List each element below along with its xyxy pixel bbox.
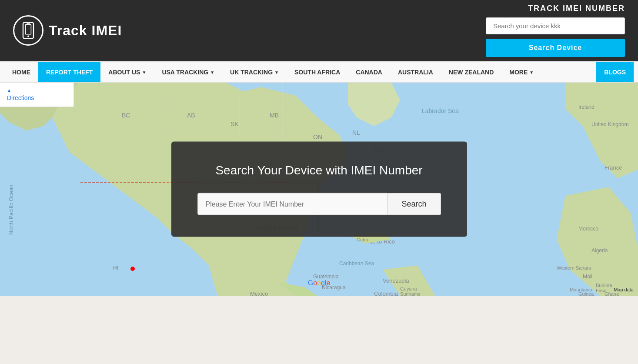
map-data-label: Map data bbox=[614, 287, 634, 292]
logo-text: Track IMEI bbox=[49, 23, 122, 39]
uk-dropdown-arrow: ▼ bbox=[274, 70, 279, 75]
logo-area: Track IMEI bbox=[13, 15, 122, 46]
search-modal: Search Your Device with IMEI Number Sear… bbox=[171, 142, 467, 237]
more-dropdown-arrow: ▼ bbox=[529, 70, 534, 75]
nav-uk-tracking[interactable]: UK TRACKING ▼ bbox=[222, 62, 287, 82]
search-button[interactable]: Search bbox=[387, 193, 441, 215]
nav-canada[interactable]: CANADA bbox=[348, 62, 390, 82]
svg-rect-3 bbox=[27, 23, 30, 24]
header-right: TRACK IMEI NUMBER Search Device bbox=[486, 4, 625, 57]
svg-text:Caribbean Sea: Caribbean Sea bbox=[339, 260, 374, 267]
svg-text:AB: AB bbox=[187, 112, 195, 119]
header: Track IMEI TRACK IMEI NUMBER Search Devi… bbox=[0, 0, 638, 61]
svg-text:North Pacific Ocean: North Pacific Ocean bbox=[8, 184, 14, 235]
svg-text:ON: ON bbox=[313, 134, 322, 140]
svg-text:Labrador Sea: Labrador Sea bbox=[422, 107, 459, 114]
svg-text:Ireland: Ireland bbox=[578, 104, 595, 110]
search-form: Search bbox=[197, 193, 441, 215]
svg-text:Western Sahara: Western Sahara bbox=[557, 265, 591, 270]
svg-text:Algeria: Algeria bbox=[591, 247, 608, 254]
svg-text:Cuba: Cuba bbox=[357, 237, 368, 242]
svg-text:SK: SK bbox=[230, 120, 239, 127]
svg-text:NL: NL bbox=[352, 129, 360, 136]
nav-home[interactable]: HOME bbox=[4, 62, 38, 82]
nav-more[interactable]: MORE ▼ bbox=[501, 62, 541, 82]
google-watermark: Google bbox=[308, 279, 331, 287]
search-device-button[interactable]: Search Device bbox=[486, 39, 625, 57]
svg-text:Guyana: Guyana bbox=[400, 286, 417, 291]
search-device-input[interactable] bbox=[486, 17, 625, 34]
nav-about-us[interactable]: ABOUT US ▼ bbox=[100, 62, 154, 82]
svg-rect-1 bbox=[26, 24, 31, 34]
svg-text:Guinea: Guinea bbox=[578, 291, 594, 296]
svg-text:Mali: Mali bbox=[583, 274, 592, 280]
nav-report-theft[interactable]: REPORT THEFT bbox=[38, 62, 100, 82]
navbar: HOME REPORT THEFT ABOUT US ▼ USA TRACKIN… bbox=[0, 61, 638, 83]
map-container: BC AB SK MB ON NL QC Labrador Sea United… bbox=[0, 83, 638, 296]
svg-text:Morocco: Morocco bbox=[578, 226, 598, 232]
svg-text:HI: HI bbox=[113, 265, 118, 271]
svg-text:Burkina: Burkina bbox=[596, 283, 612, 288]
phone-icon bbox=[20, 22, 37, 39]
search-modal-title: Search Your Device with IMEI Number bbox=[197, 164, 441, 177]
svg-text:Venezuela: Venezuela bbox=[383, 277, 409, 284]
svg-text:BC: BC bbox=[122, 112, 130, 119]
svg-text:MB: MB bbox=[270, 112, 279, 119]
about-dropdown-arrow: ▼ bbox=[142, 70, 146, 75]
svg-point-2 bbox=[27, 36, 29, 37]
nav-usa-tracking[interactable]: USA TRACKING ▼ bbox=[154, 62, 222, 82]
usa-dropdown-arrow: ▼ bbox=[210, 70, 214, 75]
track-imei-title: TRACK IMEI NUMBER bbox=[528, 4, 625, 13]
nav-south-africa[interactable]: SOUTH AFRICA bbox=[287, 62, 348, 82]
imei-input[interactable] bbox=[197, 193, 388, 215]
nav-australia[interactable]: AUSTRALIA bbox=[390, 62, 441, 82]
directions-label: Directions bbox=[7, 94, 34, 101]
nav-blogs[interactable]: BLOGS bbox=[596, 62, 634, 82]
logo-icon bbox=[13, 15, 43, 46]
directions-box[interactable]: Directions bbox=[0, 83, 74, 107]
svg-text:Mexico: Mexico bbox=[250, 291, 268, 296]
svg-text:France: France bbox=[605, 164, 622, 171]
svg-text:United Kingdom: United Kingdom bbox=[591, 121, 628, 127]
nav-new-zealand[interactable]: NEW ZEALAND bbox=[441, 62, 501, 82]
svg-text:Colombia: Colombia bbox=[374, 291, 398, 296]
svg-text:Suriname: Suriname bbox=[400, 291, 421, 296]
footer bbox=[0, 296, 638, 335]
svg-text:Guatemala: Guatemala bbox=[313, 274, 339, 280]
svg-point-42 bbox=[130, 267, 135, 271]
